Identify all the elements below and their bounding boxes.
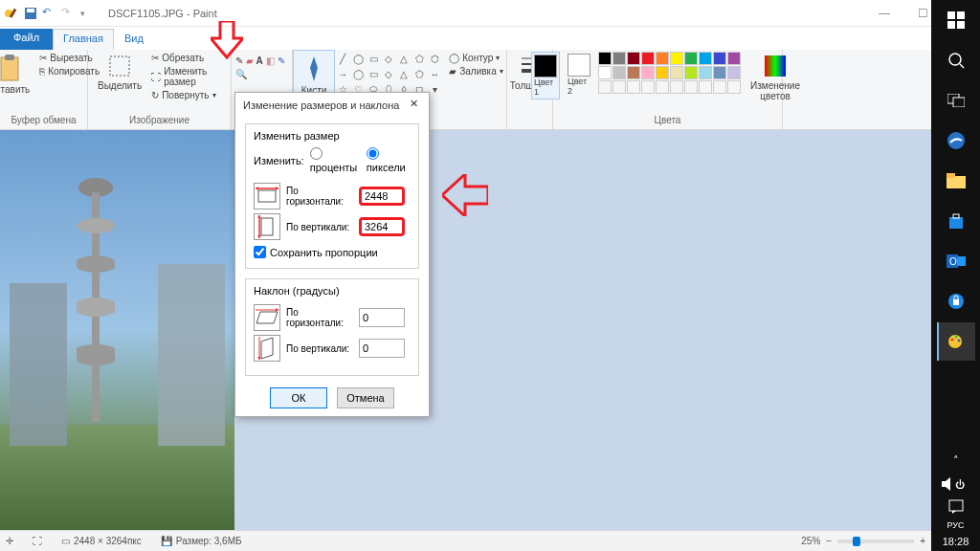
svg-marker-28	[261, 338, 273, 359]
image-dims: ▭2448 × 3264пкс	[61, 536, 142, 546]
svg-marker-27	[276, 308, 278, 312]
svg-marker-19	[256, 187, 258, 190]
svg-marker-31	[211, 21, 243, 57]
skew-vert-input[interactable]	[359, 339, 405, 358]
svg-point-41	[947, 132, 965, 149]
svg-text:⏻: ⏻	[955, 479, 965, 490]
svg-rect-55	[942, 481, 946, 487]
selection-size: ⛶	[33, 536, 42, 546]
tray-expand-icon[interactable]: ˄	[937, 449, 975, 472]
ribbon: Вставить ✂Вырезать ⎘Копировать Буфер обм…	[0, 50, 980, 130]
svg-marker-56	[946, 477, 950, 491]
edit-colors-button[interactable]: Изменение цветов	[746, 52, 804, 103]
svg-rect-5	[5, 55, 14, 60]
rotate-button[interactable]: ↻Повернуть▾	[149, 89, 225, 101]
minimize-button[interactable]: —	[865, 0, 903, 27]
resize-button[interactable]: ⛶Изменить размер	[149, 65, 225, 88]
tab-file[interactable]: Файл	[0, 29, 53, 50]
svg-text:O: O	[949, 256, 957, 267]
svg-rect-33	[947, 11, 955, 19]
scissors-icon: ✂	[39, 53, 47, 63]
outline-icon: ◯	[449, 53, 459, 63]
horiz-input[interactable]	[359, 187, 405, 206]
color2-swatch[interactable]	[568, 54, 590, 77]
app-icon	[4, 6, 19, 21]
qat-dropdown-icon[interactable]: ▾	[80, 9, 85, 18]
disk-icon: 💾	[161, 536, 172, 546]
svg-rect-21	[261, 218, 273, 235]
start-button[interactable]	[937, 1, 975, 39]
colors-group-label: Цвета	[655, 115, 681, 127]
redo-icon[interactable]: ↷	[61, 6, 77, 21]
eraser-icon[interactable]: ◧	[266, 55, 275, 66]
svg-rect-10	[765, 55, 786, 77]
crosshair-icon: ✛	[6, 536, 13, 546]
skew-vert-label: По вертикали:	[286, 343, 353, 354]
tray-volume-icon[interactable]: ⏻	[937, 474, 975, 495]
clock[interactable]: 18:28	[943, 532, 969, 551]
tab-view[interactable]: Вид	[114, 29, 154, 50]
svg-rect-36	[957, 21, 965, 29]
svg-rect-17	[258, 190, 276, 202]
svg-line-38	[960, 64, 964, 68]
color1-swatch[interactable]	[534, 55, 557, 77]
explorer-icon[interactable]	[937, 162, 975, 200]
svg-rect-50	[953, 299, 959, 305]
cancel-button[interactable]: Отмена	[337, 387, 394, 408]
fill-icon[interactable]: ▰	[246, 55, 254, 66]
ok-button[interactable]: ОК	[270, 387, 327, 408]
security-icon[interactable]	[937, 282, 975, 320]
svg-rect-43	[947, 173, 955, 178]
action-center-icon[interactable]	[937, 496, 975, 518]
windows-taskbar: O ˄ ⏻ РУС 18:28	[931, 0, 980, 551]
search-button[interactable]	[937, 41, 975, 79]
edge-icon[interactable]	[937, 121, 975, 160]
rotate-icon: ↻	[151, 90, 159, 100]
taskview-button[interactable]	[937, 81, 975, 120]
brushes-button[interactable]: Кисти	[298, 53, 331, 98]
pixels-radio[interactable]: пиксели	[367, 147, 411, 173]
paste-label: Вставить	[0, 84, 30, 95]
ribbon-tabs: Файл Главная Вид ?	[0, 27, 980, 50]
svg-rect-48	[957, 256, 966, 266]
svg-marker-30	[257, 357, 261, 360]
paint-taskbar-icon[interactable]	[937, 322, 975, 361]
zoom-out-button[interactable]: −	[826, 536, 832, 546]
outlook-icon[interactable]: O	[937, 242, 975, 280]
title-bar: ↶ ↷ ▾ DSCF1105.JPG - Paint — ☐ ✕	[0, 0, 980, 27]
percent-radio[interactable]: проценты	[310, 147, 361, 173]
magnifier-icon[interactable]: 🔍	[235, 69, 247, 79]
skew-horiz-input[interactable]	[359, 308, 405, 327]
select-button[interactable]: Выделить	[94, 52, 145, 93]
vert-input[interactable]	[359, 217, 405, 236]
copy-icon: ⎘	[39, 66, 45, 77]
tab-home[interactable]: Главная	[53, 29, 114, 50]
undo-icon[interactable]: ↶	[42, 6, 57, 21]
crop-icon: ✂	[151, 53, 159, 63]
color-palette[interactable]	[598, 52, 741, 94]
dialog-close-button[interactable]: ✕	[406, 98, 421, 113]
outline-button[interactable]: ◯Контур▾	[447, 52, 505, 64]
text-icon[interactable]: A	[256, 55, 263, 66]
vert-icon	[254, 213, 280, 240]
lang-indicator[interactable]: РУС	[947, 518, 964, 532]
svg-point-54	[957, 340, 960, 342]
save-icon[interactable]	[23, 6, 38, 21]
svg-marker-25	[256, 312, 278, 323]
skew-horiz-label: По горизонтали:	[286, 307, 353, 328]
store-icon[interactable]	[937, 202, 975, 240]
keep-ratio-checkbox[interactable]	[254, 246, 266, 258]
shapes-gallery[interactable]: ╱◯▭◇△⬠⬡ →◯▭◇△⬠↔ ☆♡⬭⬯◊◻▾	[336, 52, 441, 96]
zoom-slider[interactable]	[837, 540, 914, 543]
svg-point-16	[77, 344, 115, 365]
svg-marker-32	[442, 174, 488, 216]
fill-button[interactable]: ▰Заливка▾	[447, 65, 505, 77]
bucket-icon: ▰	[449, 66, 457, 77]
window-title: DSCF1105.JPG - Paint	[108, 8, 217, 19]
zoom-in-button[interactable]: +	[920, 536, 925, 546]
status-bar: ✛ ⛶ ▭2448 × 3264пкс 💾Размер: 3,6МБ 25% −…	[0, 530, 931, 551]
skew-fieldset: Наклон (градусы) По горизонтали: По верт…	[245, 278, 419, 376]
canvas-image	[0, 130, 234, 530]
paste-button[interactable]: Вставить	[0, 52, 33, 97]
picker-icon[interactable]: ✎	[278, 55, 285, 66]
